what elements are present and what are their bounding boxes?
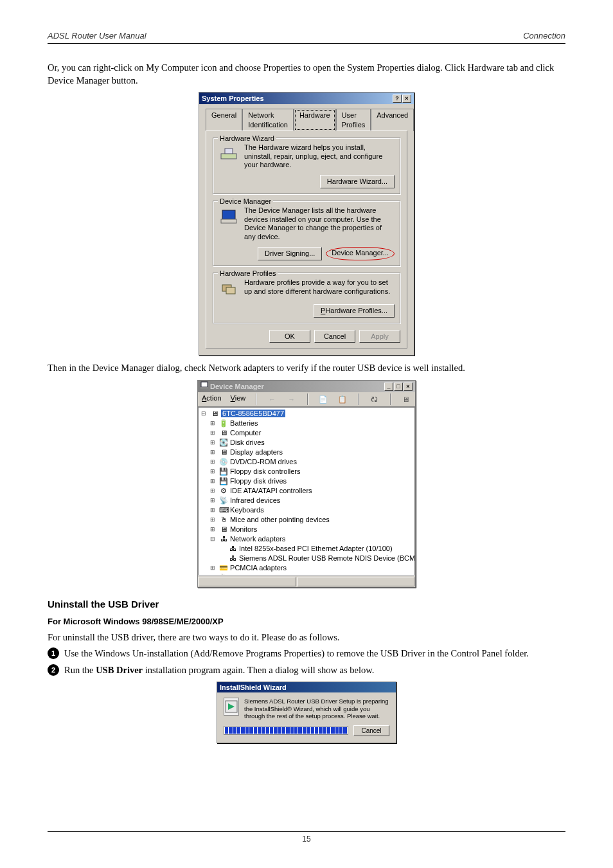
device-manager-icon (218, 206, 239, 227)
tree-item[interactable]: 🖧 Network adapters🖧 Intel 8255x-based PC… (219, 534, 412, 563)
intel-8255x-based-pci-ethernet-adapter-10-100--icon: 🖧 (228, 544, 237, 554)
tab-advanced[interactable]: Advanced (371, 109, 414, 131)
step-2-text: Run the USB Driver installation program … (64, 664, 374, 677)
header-right: Connection (523, 31, 565, 41)
tree-item[interactable]: 💾 Floppy disk controllers (219, 467, 412, 476)
cancel-button[interactable]: Cancel (314, 330, 355, 343)
progress-segment (335, 727, 339, 734)
tree-item[interactable]: 💾 Floppy disk drives (219, 476, 412, 486)
mice-and-other-pointing-devices-icon: 🖱 (219, 515, 228, 525)
tree-item-label: Intel 8255x-based PCI Ethernet Adapter (… (237, 545, 393, 552)
device-manager-button[interactable]: Device Manager... (326, 247, 395, 260)
iswiz-progress (224, 726, 348, 735)
forward-icon[interactable]: → (287, 393, 297, 405)
dvd-cd-rom-drives-icon: 💿 (219, 457, 228, 467)
iswiz-text: Siemens ADSL Router USB Driver Setup is … (244, 698, 389, 719)
tree-item-label: Monitors (228, 525, 257, 533)
hardware-profiles-button[interactable]: PHardware Profiles... (314, 304, 395, 318)
monitors-icon: 🖥 (219, 525, 228, 534)
tree-item[interactable]: 🖥 Computer (219, 428, 412, 438)
tree-item-label: Disk drives (228, 439, 265, 446)
refresh-icon[interactable]: 🗘 (369, 393, 379, 405)
computer-icon: 🖥 (210, 409, 219, 419)
step-1-badge: 1 (48, 647, 59, 659)
legend-hw-wizard: Hardware Wizard (218, 134, 276, 143)
properties-icon[interactable]: 📋 (337, 393, 348, 405)
installshield-icon (224, 698, 239, 716)
tree-item[interactable]: 📡 Infrared devices (219, 496, 412, 505)
back-icon[interactable]: ← (267, 393, 277, 405)
svg-rect-6 (201, 382, 208, 387)
floppy-disk-controllers-icon: 💾 (219, 467, 228, 476)
tab-hardware[interactable]: Hardware (294, 109, 336, 131)
device-tree[interactable]: 🖥 6TC-8586E5BD477 🔋 Batteries🖥 Computer💽… (198, 407, 415, 575)
minimize-icon[interactable]: _ (384, 383, 393, 391)
computer-icon: 🖥 (219, 428, 228, 438)
progress-segment (270, 727, 273, 734)
maximize-icon[interactable]: □ (394, 383, 403, 391)
tree-item[interactable]: ⌨ Keyboards (219, 505, 412, 515)
hw-profiles-text: Hardware profiles provide a way for you … (244, 278, 395, 299)
sysprops-title: System Properties (202, 94, 264, 104)
hardware-wizard-button[interactable]: Hardware Wizard... (320, 175, 395, 188)
root-label: 6TC-8586E5BD477 (221, 410, 285, 417)
menu-view[interactable]: View (231, 393, 246, 405)
tree-item[interactable]: 💳 PCMCIA adapters (219, 563, 412, 573)
devmgr-statusbar (198, 575, 415, 587)
tree-item[interactable]: 🖱 Mice and other pointing devices (219, 515, 412, 525)
svg-rect-7 (200, 387, 208, 389)
close-icon[interactable]: × (404, 383, 413, 391)
progress-segment (286, 727, 289, 734)
subheading-os: For Microsoft Windows 98/98SE/ME/2000/XP (48, 616, 565, 628)
progress-segment (319, 727, 322, 734)
progress-segment (323, 727, 326, 734)
help-icon[interactable]: ? (393, 95, 402, 103)
menu-action[interactable]: Action (202, 393, 222, 405)
progress-segment (237, 727, 240, 734)
tab-user-profiles[interactable]: User Profiles (336, 109, 371, 131)
tree-item[interactable]: 🔋 Batteries (219, 419, 412, 428)
progress-segment (229, 727, 232, 734)
svg-rect-3 (221, 219, 236, 223)
display-adapters-icon: 🖥 (219, 448, 228, 457)
progress-segment (298, 727, 301, 734)
hw-wizard-text: The Hardware wizard helps you install, u… (244, 143, 395, 170)
infrared-devices-icon: 📡 (219, 496, 228, 505)
heading-uninstall: Uninstall the USB Driver (48, 598, 565, 611)
page-number: 15 (302, 835, 310, 844)
tab-network-id[interactable]: Network Identification (242, 109, 294, 131)
devmgr-app-icon (200, 381, 208, 392)
tree-item[interactable]: 🖧 Siemens ADSL Router USB Remote NDIS De… (228, 554, 412, 563)
tree-item[interactable]: 🖧 Intel 8255x-based PCI Ethernet Adapter… (228, 544, 412, 554)
tree-item-label: Floppy disk drives (228, 477, 287, 485)
up-icon[interactable]: 📄 (318, 393, 328, 405)
tree-item[interactable]: ⚙ IDE ATA/ATAPI controllers (219, 486, 412, 496)
tree-item[interactable]: 💿 DVD/CD-ROM drives (219, 457, 412, 467)
close-icon[interactable]: × (402, 95, 411, 103)
hardware-wizard-icon (218, 143, 239, 164)
tree-item-label: Keyboards (228, 506, 264, 514)
iswiz-cancel-button[interactable]: Cancel (353, 725, 389, 737)
tree-item[interactable]: 🖥 Monitors (219, 525, 412, 534)
ide-ata-atapi-controllers-icon: ⚙ (219, 486, 228, 496)
siemens-adsl-router-usb-remote-ndis-device-bcm63xx-based--icon: 🖧 (228, 554, 237, 563)
intro-paragraph-1: Then in the Device Manager dialog, check… (48, 362, 565, 375)
ok-button[interactable]: OK (269, 330, 310, 343)
tree-item[interactable]: 🖥 Display adapters (219, 448, 412, 457)
tab-general[interactable]: General (206, 109, 242, 131)
progress-segment (282, 727, 285, 734)
tree-item-label: PCMCIA adapters (228, 564, 287, 572)
device-manager-text: The Device Manager lists all the hardwar… (244, 206, 395, 242)
progress-segment (343, 727, 346, 734)
svg-rect-2 (222, 210, 235, 219)
tree-item[interactable]: 💽 Disk drives (219, 438, 412, 448)
scan-icon[interactable]: 🖥 (401, 393, 411, 405)
tree-root[interactable]: 🖥 6TC-8586E5BD477 🔋 Batteries🖥 Computer💽… (210, 409, 412, 575)
progress-segment (303, 727, 306, 734)
intro-paragraph-0: Or, you can right-click on My Computer i… (48, 62, 565, 87)
driver-signing-button[interactable]: Driver Signing... (258, 247, 322, 260)
group-device-manager: Device Manager The Device Manager lists … (213, 201, 400, 266)
uninstall-intro: For uninstall the USB driver, there are … (48, 631, 565, 644)
header-left: ADSL Router User Manual (48, 31, 147, 41)
progress-segment (294, 727, 298, 734)
